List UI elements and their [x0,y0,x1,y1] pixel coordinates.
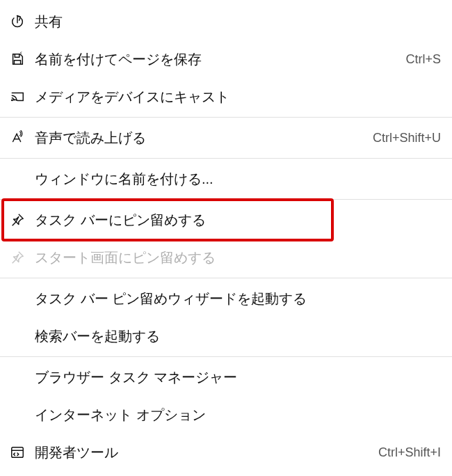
context-menu: 共有 名前を付けてページを保存 Ctrl+S メディアをデバイスにキャスト [0,0,452,474]
menu-item-launch-searchbar[interactable]: 検索バーを起動する [0,317,452,355]
menu-item-shortcut: Ctrl+Shift+I [378,445,441,460]
menu-item-label: 共有 [35,12,441,31]
menu-separator [0,356,452,357]
menu-item-name-window[interactable]: ウィンドウに名前を付ける... [0,160,452,198]
menu-separator [0,158,452,159]
menu-item-launch-pin-wizard[interactable]: タスク バー ピン留めウィザードを起動する [0,280,452,317]
pin-icon [10,211,31,229]
menu-item-label: インターネット オプション [35,405,441,425]
menu-item-label: メディアをデバイスにキャスト [35,87,441,106]
menu-item-dev-tools[interactable]: 開発者ツール Ctrl+Shift+I [0,434,452,471]
save-icon [10,50,31,68]
dev-tools-icon [10,443,31,461]
menu-item-cast[interactable]: メディアをデバイスにキャスト [0,78,452,116]
menu-item-save-page[interactable]: 名前を付けてページを保存 Ctrl+S [0,40,452,78]
menu-item-read-aloud[interactable]: 音声で読み上げる Ctrl+Shift+U [0,119,452,157]
menu-item-shortcut: Ctrl+Shift+U [373,131,441,145]
menu-item-label: スタート画面にピン留めする [35,248,441,267]
cast-icon [10,88,31,106]
menu-separator [0,117,452,118]
menu-item-pin-start: スタート画面にピン留めする [0,239,452,276]
menu-separator [0,199,452,200]
menu-item-internet-options[interactable]: インターネット オプション [0,396,452,434]
menu-item-label: タスク バー ピン留めウィザードを起動する [35,289,441,308]
menu-item-label: タスク バーにピン留めする [35,210,441,230]
menu-item-task-manager[interactable]: ブラウザー タスク マネージャー [0,358,452,396]
menu-item-label: ウィンドウに名前を付ける... [35,169,441,189]
menu-item-label: 名前を付けてページを保存 [35,49,397,69]
menu-item-label: ブラウザー タスク マネージャー [35,367,441,387]
menu-item-share[interactable]: 共有 [0,3,452,40]
read-aloud-icon [10,129,31,147]
menu-item-label: 音声で読み上げる [35,128,364,148]
share-icon [10,13,31,31]
pin-icon [10,248,31,267]
menu-item-label: 検索バーを起動する [35,326,441,346]
menu-item-pin-taskbar[interactable]: タスク バーにピン留めする [0,201,452,239]
menu-item-shortcut: Ctrl+S [405,52,441,67]
menu-item-label: 開発者ツール [35,443,370,462]
svg-point-0 [12,100,13,100]
menu-separator [0,278,452,278]
